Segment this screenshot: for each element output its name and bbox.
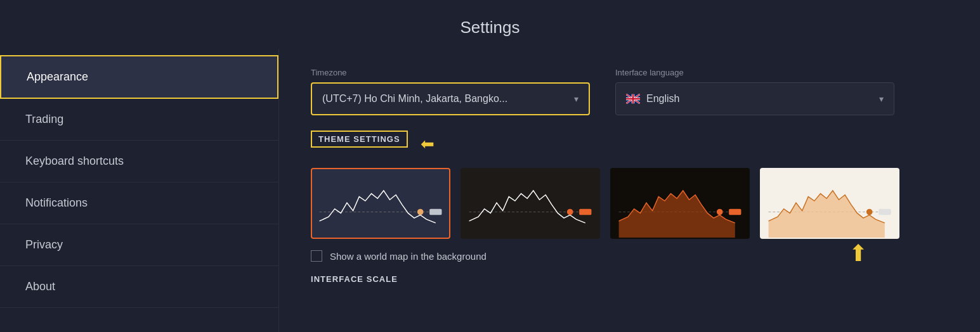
theme-preview-brown (462, 169, 599, 238)
sidebar-item-keyboard-shortcuts[interactable]: Keyboard shortcuts (0, 141, 278, 182)
theme-card-light[interactable] (760, 168, 899, 239)
theme-card-black[interactable] (610, 168, 750, 239)
theme-preview-light (761, 169, 898, 238)
timezone-select[interactable]: (UTC+7) Ho Chi Minh, Jakarta, Bangko... … (311, 82, 590, 115)
svg-rect-5 (463, 169, 598, 238)
theme-card-light-wrapper: ⬆ (760, 168, 899, 239)
theme-card-dark[interactable] (311, 168, 450, 239)
sidebar-item-notifications[interactable]: Notifications (0, 182, 278, 224)
sidebar-item-trading-label: Trading (25, 113, 63, 125)
svg-point-3 (417, 209, 424, 215)
page-title: Settings (0, 0, 980, 49)
sidebar-item-privacy-label: Privacy (25, 238, 63, 251)
sidebar-item-trading[interactable]: Trading (0, 99, 278, 141)
sidebar-item-about-label: About (25, 280, 55, 293)
theme-settings-label: THEME SETTINGS (311, 131, 408, 148)
sidebar-item-appearance[interactable]: Appearance (0, 55, 278, 99)
interface-scale-label: INTERFACE SCALE (311, 274, 948, 284)
timezone-chevron-icon: ▾ (574, 94, 578, 104)
language-chevron-icon: ▾ (879, 94, 884, 104)
svg-rect-4 (429, 209, 441, 215)
svg-rect-13 (729, 209, 741, 215)
language-label: Interface language (615, 68, 894, 77)
language-group: Interface language English ▾ (615, 68, 894, 115)
timezone-label: Timezone (311, 68, 590, 77)
up-arrow-icon: ⬆ (849, 240, 868, 266)
sidebar-item-notifications-label: Notifications (25, 196, 88, 209)
timezone-value: (UTC+7) Ho Chi Minh, Jakarta, Bangko... (322, 93, 507, 105)
up-arrow-wrapper: ⬆ (849, 240, 868, 267)
sidebar-item-privacy[interactable]: Privacy (0, 224, 278, 266)
theme-preview-dark (312, 169, 449, 238)
theme-card-brown[interactable] (461, 168, 600, 239)
theme-section-header: THEME SETTINGS ⬅ (311, 131, 948, 158)
sidebar-item-appearance-label: Appearance (27, 70, 88, 83)
worldmap-label: Show a world map in the background (330, 251, 487, 262)
theme-arrow-icon: ⬅ (421, 134, 434, 154)
worldmap-checkbox[interactable] (311, 250, 322, 262)
theme-preview-black (611, 169, 748, 238)
language-value: English (646, 93, 873, 105)
svg-point-7 (567, 209, 573, 215)
svg-rect-18 (879, 209, 891, 215)
timezone-language-row: Timezone (UTC+7) Ho Chi Minh, Jakarta, B… (311, 68, 948, 115)
sidebar-item-keyboard-shortcuts-label: Keyboard shortcuts (25, 155, 124, 167)
language-select[interactable]: English ▾ (615, 82, 894, 115)
svg-rect-8 (579, 209, 591, 215)
svg-point-17 (866, 209, 873, 215)
theme-cards-container: ⬆ (311, 168, 948, 239)
svg-rect-1 (313, 169, 448, 238)
uk-flag-icon (626, 94, 640, 104)
timezone-group: Timezone (UTC+7) Ho Chi Minh, Jakarta, B… (311, 68, 590, 115)
content-area: Timezone (UTC+7) Ho Chi Minh, Jakarta, B… (279, 49, 980, 332)
sidebar: Appearance Trading Keyboard shortcuts No… (0, 49, 279, 332)
sidebar-item-about[interactable]: About (0, 266, 278, 308)
svg-point-12 (717, 209, 723, 215)
